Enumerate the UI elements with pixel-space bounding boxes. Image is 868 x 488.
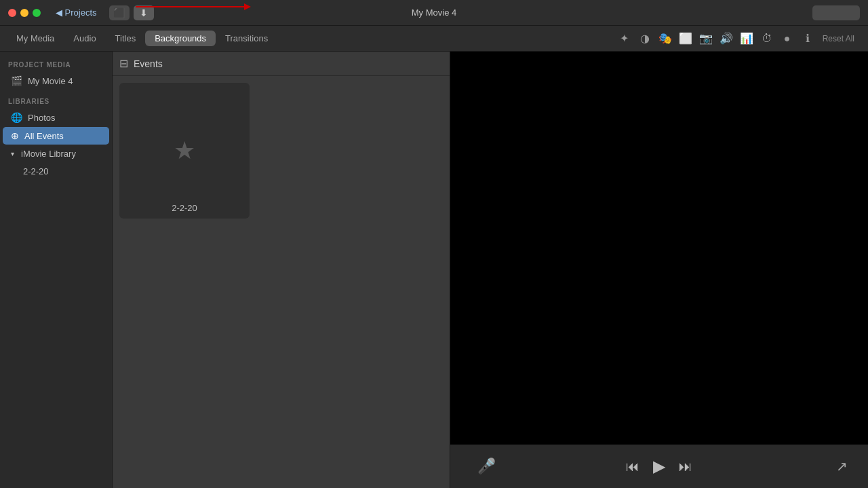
skip-back-button[interactable]: ⏮ — [626, 459, 639, 474]
tab-audio[interactable]: Audio — [64, 31, 105, 46]
effects-icon[interactable]: ● — [779, 33, 795, 45]
download-button[interactable]: ⬇ — [134, 5, 154, 20]
sidebar-all-events-label: All Events — [24, 131, 64, 141]
grid-toggle-icon[interactable]: ⊟ — [119, 57, 128, 70]
back-button[interactable]: ◀ Projects — [49, 5, 104, 20]
events-label: Events — [134, 58, 163, 69]
right-toolbar-icons: ✦ ◑ 🎭 ⬜ 📷 🔊 📊 ⏱ ● ℹ Reset All — [616, 32, 854, 45]
maximize-button[interactable] — [33, 9, 41, 17]
movie-icon: 🎬 — [11, 75, 22, 86]
crop-icon[interactable]: ⬜ — [677, 32, 694, 45]
sidebar: PROJECT MEDIA 🎬 My Movie 4 LIBRARIES 🌐 P… — [0, 52, 113, 488]
browser-panel: ⊟ Events ★ 2-2-20 02/02/20 0 — [113, 52, 450, 488]
tab-my-media[interactable]: My Media — [7, 31, 64, 46]
browser-header: ⊟ Events — [113, 52, 450, 76]
skip-forward-button[interactable]: ⏭ — [679, 459, 692, 474]
chevron-down-icon: ▾ — [11, 150, 14, 157]
sidebar-date-label: 2-2-20 — [23, 166, 49, 176]
sidebar-item-imovie-library[interactable]: ▾ iMovie Library — [3, 145, 109, 162]
traffic-lights — [0, 9, 49, 17]
preview-controls: 🎤 ⏮ ▶ ⏭ ↗ — [450, 445, 868, 488]
sidebar-project-name: My Movie 4 — [28, 76, 73, 86]
red-arrow-indicator — [136, 0, 271, 14]
close-button[interactable] — [8, 9, 16, 17]
thumbnail-label: 2-2-20 — [172, 203, 197, 213]
sidebar-imovie-library-label: iMovie Library — [21, 149, 76, 159]
noise-reduction-icon[interactable]: 🎭 — [657, 32, 673, 45]
equalizer-icon[interactable]: 📊 — [738, 32, 755, 45]
media-thumbnail-2-2-20[interactable]: ★ 2-2-20 — [119, 83, 250, 219]
magic-wand-icon[interactable]: ✦ — [616, 32, 633, 45]
minimize-button[interactable] — [20, 9, 28, 17]
titlebar: ◀ Projects ⬛ ⬇ My Movie 4 — [0, 0, 868, 26]
tabs-bar: My Media Audio Titles Backgrounds Transi… — [0, 26, 868, 52]
svg-marker-1 — [244, 3, 251, 10]
window-title: My Movie 4 — [412, 7, 456, 18]
preview-video — [450, 52, 868, 445]
speed-icon[interactable]: ⏱ — [759, 33, 775, 45]
expand-button[interactable]: ↗ — [836, 458, 848, 474]
project-media-section-label: PROJECT MEDIA — [0, 57, 112, 71]
color-correct-icon[interactable]: ◑ — [637, 32, 653, 45]
camera-icon[interactable]: 📷 — [698, 32, 714, 45]
tab-titles[interactable]: Titles — [106, 31, 146, 46]
play-button[interactable]: ▶ — [653, 457, 665, 476]
import-icon[interactable]: ⬛ — [109, 5, 130, 20]
preview-panel: 🎤 ⏮ ▶ ⏭ ↗ — [450, 52, 868, 488]
toolbar-icons: ⬛ ⬇ — [109, 5, 154, 20]
sidebar-item-photos[interactable]: 🌐 Photos — [3, 109, 109, 126]
sidebar-item-my-movie[interactable]: 🎬 My Movie 4 — [3, 72, 109, 90]
sidebar-item-2-2-20[interactable]: 2-2-20 — [3, 163, 109, 180]
microphone-button[interactable]: 🎤 — [477, 457, 496, 475]
star-icon: ★ — [174, 136, 195, 165]
sidebar-item-all-events[interactable]: ⊕ All Events — [3, 127, 109, 145]
browser-content: ★ 2-2-20 02/02/20 0 — [113, 76, 450, 488]
back-label: ◀ Projects — [56, 7, 97, 18]
info-icon[interactable]: ℹ — [800, 32, 816, 45]
tab-transitions[interactable]: Transitions — [216, 31, 277, 46]
all-events-icon: ⊕ — [11, 130, 19, 141]
main-area: PROJECT MEDIA 🎬 My Movie 4 LIBRARIES 🌐 P… — [0, 52, 868, 488]
audio-icon[interactable]: 🔊 — [718, 32, 734, 45]
inactive-window-controls — [812, 5, 860, 20]
libraries-section-label: LIBRARIES — [0, 94, 112, 108]
sidebar-photos-label: Photos — [28, 113, 55, 123]
reset-all-button[interactable]: Reset All — [823, 34, 854, 43]
photos-icon: 🌐 — [11, 112, 22, 123]
tab-backgrounds[interactable]: Backgrounds — [145, 31, 216, 46]
